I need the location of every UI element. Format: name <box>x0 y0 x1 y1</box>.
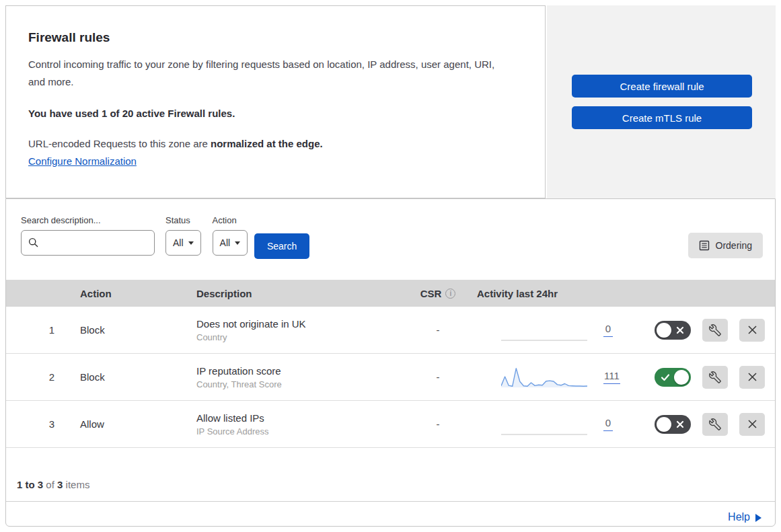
rule-description: Does not originate in UK <box>196 318 399 330</box>
header-action: Action <box>71 288 189 299</box>
rule-controls <box>655 413 776 436</box>
pagination-summary: 1 to 3 of 3 items <box>6 448 775 501</box>
rule-description-cell[interactable]: Allow listed IPs IP Source Address <box>189 412 399 436</box>
activity-sparkline <box>501 412 587 436</box>
action-label: Action <box>213 215 248 225</box>
close-icon <box>747 372 757 382</box>
normalization-prefix: URL-encoded Requests to this zone are <box>28 138 211 149</box>
create-mtls-rule-button[interactable]: Create mTLS rule <box>572 106 752 129</box>
search-label: Search description... <box>21 215 155 225</box>
edit-rule-button[interactable] <box>702 319 728 342</box>
rule-action: Block <box>71 371 189 383</box>
edit-rule-button[interactable] <box>702 413 728 436</box>
activity-count-link[interactable]: 0 <box>603 323 613 337</box>
activity-sparkline <box>501 365 587 389</box>
rule-priority: 2 <box>6 371 71 383</box>
toggle-knob <box>674 370 689 385</box>
rule-controls <box>655 319 776 342</box>
range-text: 1 to 3 <box>17 479 43 490</box>
rule-csr: - <box>399 324 477 336</box>
top-section: Firewall rules Control incoming traffic … <box>5 5 776 198</box>
rule-fields: Country <box>196 332 399 342</box>
normalization-text: URL-encoded Requests to this zone are no… <box>28 138 518 149</box>
enable-toggle[interactable] <box>655 415 691 434</box>
table-row: 1 Block Does not originate in UK Country… <box>6 307 775 354</box>
rules-list-card: Search description... Status All Actio <box>5 198 776 527</box>
header-csr: CSR i <box>399 288 477 299</box>
help-link[interactable]: Help <box>728 511 761 523</box>
help-row: Help <box>6 501 775 527</box>
ordering-button[interactable]: Ordering <box>688 233 763 258</box>
header-description: Description <box>189 288 399 299</box>
rule-action: Allow <box>71 418 189 430</box>
search-button-group: Search <box>254 215 309 259</box>
table-body: 1 Block Does not originate in UK Country… <box>6 307 775 448</box>
delete-rule-button[interactable] <box>739 413 765 436</box>
spacer <box>254 215 309 229</box>
rule-priority: 3 <box>6 418 71 430</box>
rule-description-cell[interactable]: IP reputation score Country, Threat Scor… <box>189 365 399 389</box>
action-select[interactable]: All <box>213 230 248 256</box>
edit-rule-button[interactable] <box>702 366 728 389</box>
wrench-icon <box>709 371 721 383</box>
info-icon[interactable]: i <box>445 289 455 299</box>
chevron-down-icon <box>235 241 240 245</box>
wrench-icon <box>709 418 721 430</box>
table-header: Action Description CSR i Activity last 2… <box>6 280 775 307</box>
items-text: items <box>66 479 90 490</box>
rule-csr: - <box>399 418 477 430</box>
cross-icon <box>675 420 685 429</box>
activity-count-link[interactable]: 111 <box>603 370 620 384</box>
create-firewall-rule-button[interactable]: Create firewall rule <box>572 75 752 98</box>
of-text: of <box>46 479 54 490</box>
rule-description: Allow listed IPs <box>196 412 399 424</box>
rule-description: IP reputation score <box>196 365 399 377</box>
rule-activity-cell: 0 <box>477 318 655 342</box>
toggle-knob <box>657 323 671 338</box>
intro-card: Firewall rules Control incoming traffic … <box>5 5 546 198</box>
help-label: Help <box>728 511 750 523</box>
enable-toggle[interactable] <box>655 368 691 387</box>
csr-label: CSR <box>420 288 442 299</box>
table-row: 3 Allow Allow listed IPs IP Source Addre… <box>6 401 775 448</box>
filter-bar: Search description... Status All Actio <box>6 199 775 280</box>
firewall-rules-page: Firewall rules Control incoming traffic … <box>5 5 776 527</box>
ordering-label: Ordering <box>716 240 752 251</box>
rule-description-cell[interactable]: Does not originate in UK Country <box>189 318 399 342</box>
page-description: Control incoming traffic to your zone by… <box>28 56 506 91</box>
chevron-down-icon <box>188 241 194 245</box>
toggle-knob <box>657 417 671 432</box>
search-input[interactable] <box>21 230 155 256</box>
action-filter-group: Action All <box>213 215 248 256</box>
close-icon <box>747 419 757 429</box>
rule-controls <box>655 366 776 389</box>
action-value: All <box>220 237 231 248</box>
status-value: All <box>173 237 184 248</box>
delete-rule-button[interactable] <box>739 319 765 342</box>
cross-icon <box>675 326 685 335</box>
delete-rule-button[interactable] <box>739 366 765 389</box>
actions-panel: Create firewall rule Create mTLS rule <box>547 5 776 198</box>
search-button[interactable]: Search <box>254 233 309 259</box>
rule-csr: - <box>399 371 477 383</box>
activity-sparkline <box>501 318 587 342</box>
wrench-icon <box>709 324 721 336</box>
rule-priority: 1 <box>6 324 71 336</box>
configure-normalization-link[interactable]: Configure Normalization <box>28 155 137 167</box>
activity-count-link[interactable]: 0 <box>603 417 613 431</box>
check-icon <box>661 373 670 382</box>
rule-fields: Country, Threat Score <box>196 379 399 389</box>
status-select[interactable]: All <box>165 230 201 256</box>
close-icon <box>747 325 757 335</box>
table-row: 2 Block IP reputation score Country, Thr… <box>6 354 775 401</box>
rule-activity-cell: 111 <box>477 365 655 389</box>
rule-action: Block <box>71 324 189 336</box>
rule-activity-cell: 0 <box>477 412 655 436</box>
status-filter-group: Status All <box>165 215 201 256</box>
search-group: Search description... <box>21 215 155 256</box>
enable-toggle[interactable] <box>655 321 691 340</box>
search-box <box>21 230 155 256</box>
search-icon <box>28 237 39 248</box>
rule-fields: IP Source Address <box>196 426 399 436</box>
status-label: Status <box>165 215 201 225</box>
